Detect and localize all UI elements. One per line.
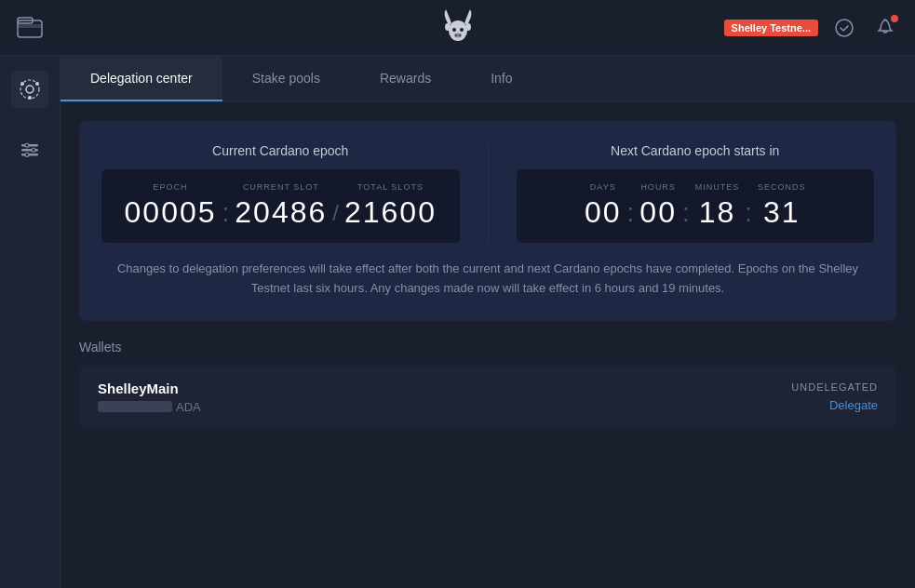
undelegated-badge: UNDELEGATED <box>791 381 878 393</box>
epoch-label: EPOCH <box>154 182 188 192</box>
current-slot-group: CURRENT SLOT 20486 <box>235 182 327 230</box>
hours-value: 00 <box>639 195 677 230</box>
svg-rect-17 <box>21 144 38 147</box>
topbar-right: Shelley Testne... <box>724 13 900 43</box>
wallet-right: UNDELEGATED Delegate <box>791 381 878 412</box>
svg-point-15 <box>35 82 39 86</box>
wallet-card: ShelleyMain ADA UNDELEGATED Delegate <box>79 366 896 429</box>
epoch-top: Current Cardano epoch EPOCH 00005 : CURR… <box>101 143 874 243</box>
seconds-value: 31 <box>763 195 801 230</box>
days-group: DAYS 00 <box>585 182 622 230</box>
user-badge: Shelley Testne... <box>724 20 818 36</box>
epoch-group: EPOCH 00005 <box>125 182 217 230</box>
main-content: Delegation center Stake pools Rewards In… <box>61 56 915 588</box>
balance-suffix: ADA <box>176 400 201 414</box>
tab-stake-pools[interactable]: Stake pools <box>222 56 350 101</box>
epoch-card: Current Cardano epoch EPOCH 00005 : CURR… <box>79 121 896 321</box>
next-sep-1: : <box>627 198 635 230</box>
epoch-value: 00005 <box>125 195 217 230</box>
sidebar-item-network[interactable] <box>11 71 48 108</box>
tab-delegation-center[interactable]: Delegation center <box>61 56 222 101</box>
next-sep-2: : <box>682 198 690 230</box>
svg-point-14 <box>20 82 24 86</box>
topbar: Shelley Testne... <box>0 0 915 56</box>
wallet-balance: ADA <box>98 400 201 414</box>
content-area: Current Cardano epoch EPOCH 00005 : CURR… <box>61 102 915 588</box>
svg-point-8 <box>459 34 461 36</box>
svg-point-22 <box>25 153 29 156</box>
minutes-value: 18 <box>699 195 736 230</box>
epoch-divider <box>488 143 489 243</box>
sidebar <box>0 56 61 588</box>
balance-hidden <box>98 401 172 412</box>
epoch-note: Changes to delegation preferences will t… <box>101 260 874 299</box>
tab-info[interactable]: Info <box>461 56 542 101</box>
bell-icon-btn[interactable] <box>870 13 900 43</box>
svg-point-16 <box>28 96 32 100</box>
hours-group: HOURS 00 <box>639 182 677 230</box>
tab-rewards[interactable]: Rewards <box>350 56 461 101</box>
minutes-label: MINUTES <box>695 182 740 192</box>
seconds-group: SECONDS 31 <box>758 182 806 230</box>
wallet-name: ShelleyMain <box>98 381 201 396</box>
layout: Delegation center Stake pools Rewards In… <box>0 56 915 588</box>
days-label: DAYS <box>590 182 616 192</box>
svg-point-12 <box>26 86 34 93</box>
wallet-info: ShelleyMain ADA <box>98 381 201 414</box>
svg-point-5 <box>460 28 464 32</box>
wallets-section-title: Wallets <box>79 340 896 354</box>
svg-point-9 <box>445 23 451 31</box>
next-epoch-section: Next Cardano epoch starts in DAYS 00 : H… <box>517 143 875 243</box>
minutes-group: MINUTES 18 <box>695 182 740 230</box>
next-epoch-title: Next Cardano epoch starts in <box>517 143 875 158</box>
hours-label: HOURS <box>640 182 676 192</box>
epoch-colon-sep: : <box>222 198 230 230</box>
bull-logo <box>435 5 481 51</box>
svg-rect-1 <box>18 24 42 28</box>
next-sep-3: : <box>745 198 752 230</box>
topbar-left <box>15 13 45 43</box>
notification-dot <box>891 15 898 22</box>
svg-point-11 <box>836 20 853 36</box>
days-value: 00 <box>585 195 622 230</box>
current-epoch-section: Current Cardano epoch EPOCH 00005 : CURR… <box>101 143 460 243</box>
current-slot-label: CURRENT SLOT <box>243 182 319 192</box>
total-slots-group: TOTAL SLOTS 21600 <box>344 182 437 230</box>
check-icon-btn[interactable] <box>829 13 859 43</box>
svg-point-3 <box>449 20 467 41</box>
next-epoch-display: DAYS 00 : HOURS 00 : MINUTES 18 <box>517 169 875 243</box>
svg-rect-19 <box>21 154 38 156</box>
delegate-button[interactable]: Delegate <box>829 398 878 412</box>
seconds-label: SECONDS <box>758 182 806 192</box>
tab-bar: Delegation center Stake pools Rewards In… <box>61 56 915 102</box>
svg-point-7 <box>455 34 457 36</box>
current-slot-value: 20486 <box>235 195 327 230</box>
svg-point-21 <box>32 148 35 152</box>
svg-point-10 <box>465 23 471 31</box>
svg-point-4 <box>452 28 456 32</box>
current-epoch-title: Current Cardano epoch <box>101 143 460 158</box>
svg-point-20 <box>25 143 29 147</box>
sidebar-item-settings[interactable] <box>11 130 48 167</box>
topbar-center <box>435 5 481 51</box>
slash-sep: / <box>332 200 339 230</box>
current-epoch-display: EPOCH 00005 : CURRENT SLOT 20486 / TOTAL… <box>101 169 460 243</box>
total-slots-value: 21600 <box>344 195 437 230</box>
total-slots-label: TOTAL SLOTS <box>357 182 424 192</box>
wallet-icon[interactable] <box>15 13 45 43</box>
